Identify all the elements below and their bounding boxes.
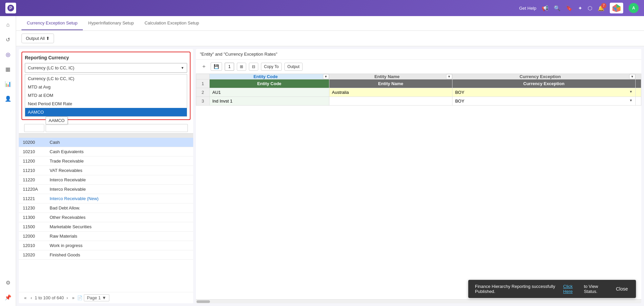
account-list: 10200 Cash 10210 Cash Equivalents 11200 … [19, 138, 193, 292]
copy-to-button[interactable]: Copy To [261, 63, 282, 71]
row1-currency-exception[interactable]: Currency Exception [452, 79, 635, 88]
search-icon[interactable]: 🔍 [554, 5, 560, 11]
scrollbar-thumb[interactable] [197, 300, 210, 303]
add-row-button[interactable]: ＋ [200, 62, 208, 71]
account-row-5[interactable]: 11220A Interco Receivable [19, 185, 193, 194]
account-row-7[interactable]: 11230 Bad Debt Allow. [19, 203, 193, 213]
reporting-currency-select[interactable]: Currency (LC to CC, IC) ▼ [25, 63, 187, 73]
col-header-a[interactable]: Entity Code ▼ [210, 74, 329, 79]
col-b-filter-button[interactable]: ▼ [446, 74, 452, 79]
last-page-button[interactable]: » [71, 295, 76, 301]
row1-currency-exception-val[interactable]: BOY ▼ [452, 97, 635, 106]
account-name-7: Bad Debt Allow. [50, 205, 189, 210]
toast-link[interactable]: Click Here [563, 284, 580, 294]
account-row-11[interactable]: 12010 Work in progress [19, 241, 193, 250]
row1-entity-name[interactable]: Entity Name [329, 79, 452, 88]
account-code-1: 10210 [23, 149, 50, 154]
toast-close-button[interactable]: Close [614, 286, 629, 292]
row0-entity-code[interactable]: AU1 [210, 88, 329, 97]
dropdown-option-4[interactable]: AAMCO [25, 108, 187, 116]
app-logo: P [5, 3, 16, 13]
row1-dropdown-icon[interactable]: ▼ [629, 99, 633, 102]
account-row-0[interactable]: 10200 Cash [19, 138, 193, 147]
row1-entity-name-val[interactable] [329, 97, 452, 106]
col-c-filter-button[interactable]: ▼ [629, 74, 635, 79]
col-header-c[interactable]: Currency Exception ▼ [452, 74, 635, 79]
tab-calculation-exception[interactable]: Calculation Exception Setup [139, 16, 205, 30]
account-row-4[interactable]: 11220 Interco Receivable [19, 175, 193, 185]
output-button[interactable]: Output [284, 63, 303, 71]
horizontal-scrollbar[interactable] [196, 299, 641, 303]
account-row-1[interactable]: 10210 Cash Equivalents [19, 147, 193, 157]
account-row-3[interactable]: 11210 VAT Receivables [19, 166, 193, 175]
right-panel-title: "Entity" and "Currency Exception Rates" [196, 49, 641, 60]
tab-currency-exception[interactable]: Currency Exception Setup [21, 16, 83, 30]
name-search-input[interactable] [46, 124, 188, 132]
account-row-10[interactable]: 12000 Raw Materials [19, 232, 193, 241]
page-number-button[interactable]: 1 [225, 63, 234, 71]
code-header [21, 135, 48, 136]
dropdown-option-2[interactable]: MTD at EOM [25, 91, 187, 100]
content-area: Currency Exception Setup HyperInflationa… [16, 16, 644, 306]
sidebar-grid-icon[interactable]: ▦ [2, 63, 14, 75]
left-panel: Reporting Currency Currency (LC to CC, I… [19, 49, 193, 303]
row1-entity-code[interactable]: Entity Code [210, 79, 329, 88]
first-page-button[interactable]: « [23, 295, 28, 301]
expand-rows-button[interactable]: ⊞ [237, 63, 246, 71]
col-header-b[interactable]: Entity Name ▼ [329, 74, 452, 79]
account-code-0: 10200 [23, 140, 50, 145]
col-a-filter-button[interactable]: ▼ [323, 74, 329, 79]
sidebar-refresh-icon[interactable]: ↺ [2, 34, 14, 46]
search-row: AAMCO [21, 123, 191, 132]
topbar-right: Get Help 📢 🔍 🔖 ✦ ⬡ 🔔 7 A [519, 3, 639, 13]
compass-icon[interactable]: ✦ [578, 5, 582, 11]
page-selector[interactable]: Page 1 ▼ [84, 294, 109, 301]
code-search-input[interactable] [24, 124, 44, 132]
sidebar-home-icon[interactable]: ⌂ [2, 19, 14, 31]
bookmark-icon[interactable]: 🔖 [566, 5, 573, 11]
sidebar-person-icon[interactable]: 👤 [2, 93, 14, 105]
account-row-8[interactable]: 11300 Other Receivables [19, 213, 193, 222]
sidebar-chart-icon[interactable]: 📊 [2, 78, 14, 90]
data-grid: Entity Code ▼ Entity Name ▼ [196, 74, 641, 106]
notification-icon[interactable]: 🔔 7 [598, 5, 604, 11]
toast-link-suffix: to View Status. [584, 284, 608, 294]
account-name-12: Finished Goods [50, 252, 189, 257]
row-num-2: 2 [196, 88, 210, 97]
table-row-1[interactable]: 3 Ind Invst 1 BOY ▼ [196, 97, 641, 106]
row0-entity-name[interactable]: Australia [329, 88, 452, 97]
row1-entity-code-val[interactable]: Ind Invst 1 [210, 97, 329, 106]
account-row-6[interactable]: 11221 Interco Receivable (New) [19, 194, 193, 203]
get-help-link[interactable]: Get Help [519, 6, 536, 11]
account-code-7: 11230 [23, 205, 50, 210]
corner-header [196, 74, 210, 79]
account-code-3: 11210 [23, 168, 50, 173]
cube-icon[interactable]: ⬡ [588, 5, 592, 11]
table-row-0[interactable]: 2 AU1 Australia BOY ▼ [196, 88, 641, 97]
user-avatar[interactable]: A [629, 3, 639, 13]
notification-badge: 7 [601, 3, 606, 8]
account-name-9: Marketable Securities [50, 224, 189, 229]
megaphone-icon[interactable]: 📢 [542, 5, 548, 11]
tab-hyperinflationary[interactable]: HyperInflationary Setup [83, 16, 139, 30]
account-row-2[interactable]: 11200 Trade Receivable [19, 157, 193, 166]
dropdown-option-3[interactable]: Next Period EOM Rate [25, 100, 187, 108]
account-row-12[interactable]: 12020 Finished Goods [19, 250, 193, 260]
sidebar-target-icon[interactable]: ◎ [2, 48, 14, 60]
next-page-button[interactable]: › [65, 295, 69, 301]
prev-page-button[interactable]: ‹ [29, 295, 33, 301]
sidebar-settings-icon[interactable]: ⚙ [2, 277, 14, 289]
save-icon: 💾 [214, 64, 219, 69]
dropdown-option-0[interactable]: Currency (LC to CC, IC) [25, 74, 187, 83]
row0-currency-exception[interactable]: BOY ▼ [452, 88, 635, 97]
output-all-button[interactable]: Output All ⬆ [21, 34, 54, 43]
dropdown-option-1[interactable]: MTD at Avg [25, 83, 187, 91]
split-layout: Reporting Currency Currency (LC to CC, I… [16, 46, 644, 306]
upload-icon: ⬆ [46, 36, 50, 41]
collapse-rows-button[interactable]: ⊟ [249, 63, 258, 71]
tooltip-text: AAMCO [49, 118, 65, 123]
sidebar-pin-icon[interactable]: 📌 [2, 291, 14, 303]
row0-dropdown-icon[interactable]: ▼ [629, 90, 633, 94]
save-button[interactable]: 💾 [211, 62, 222, 71]
account-row-9[interactable]: 11500 Marketable Securities [19, 222, 193, 232]
